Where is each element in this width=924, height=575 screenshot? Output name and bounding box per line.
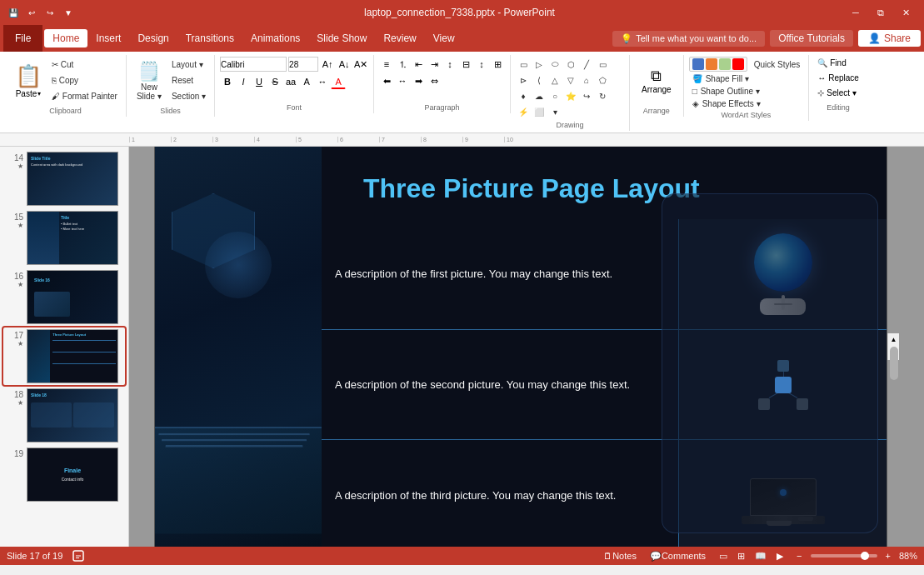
shape-btn-13[interactable]: ☁ — [532, 88, 547, 103]
copy-button[interactable]: ⎘ Copy — [48, 72, 121, 88]
menu-insert[interactable]: Insert — [87, 29, 129, 48]
shape-btn-9[interactable]: ▽ — [563, 72, 578, 88]
shape-btn-11[interactable]: ⬠ — [595, 72, 610, 88]
select-button[interactable]: ⊹ Select ▾ — [814, 87, 860, 99]
notes-button[interactable]: 🗒 Notes — [600, 550, 640, 562]
paste-button[interactable]: 📋 Paste ▾ — [10, 57, 47, 105]
comments-button[interactable]: 💬 Comments — [647, 550, 709, 562]
spacing-button[interactable]: ↔ — [315, 74, 330, 89]
tell-me-input[interactable]: 💡 Tell me what you want to do... — [612, 31, 765, 47]
font-shrink-button[interactable]: A↓ — [337, 57, 352, 72]
arrange-button[interactable]: ⧉ Arrange — [635, 57, 678, 105]
smallcaps-button[interactable]: aa — [283, 74, 298, 89]
shape-btn-18[interactable]: ⚡ — [516, 104, 531, 119]
slide-section-1-desc[interactable]: A description of the first picture. You … — [322, 219, 678, 329]
shape-btn-15[interactable]: ⭐ — [563, 88, 578, 103]
slide-thumb-19[interactable]: Finale Contact info — [27, 448, 118, 502]
slide-thumb-18[interactable]: Slide 18 — [27, 388, 118, 442]
align-center-button[interactable]: ↔ — [395, 73, 410, 88]
line-spacing-button[interactable]: ↕ — [442, 57, 457, 72]
slide-item-18[interactable]: 18 ★ Slide 18 — [3, 387, 125, 444]
align-left-button[interactable]: ⬅ — [379, 73, 394, 88]
office-tutorials-button[interactable]: Office Tutorials — [770, 30, 853, 47]
smartart-button[interactable]: ⊞ — [490, 57, 505, 72]
menu-animations[interactable]: Animations — [242, 29, 308, 48]
slide-thumb-17[interactable]: Three Picture Layout — [27, 329, 118, 383]
menu-file[interactable]: File — [3, 25, 42, 52]
layout-button[interactable]: Layout ▾ — [168, 57, 209, 72]
shape-btn-1[interactable]: ▷ — [532, 57, 547, 72]
undo-icon[interactable]: ↩ — [25, 6, 38, 19]
shape-btn-2[interactable]: ⬭ — [547, 57, 562, 72]
slide-item-19[interactable]: 19 Finale Contact info — [3, 446, 125, 503]
cut-button[interactable]: ✂ Cut — [48, 57, 121, 72]
zoom-slider[interactable] — [811, 554, 877, 558]
slide-item-16[interactable]: 16 ★ Slide 16 — [3, 268, 125, 326]
slideshow-button[interactable]: ▶ — [773, 550, 787, 562]
shape-btn-4[interactable]: ╱ — [579, 57, 594, 72]
numbering-button[interactable]: ⒈ — [395, 57, 410, 72]
slide-item-17[interactable]: 17 ★ Three Picture Layout — [3, 328, 125, 385]
increase-indent-button[interactable]: ⇥ — [427, 57, 442, 72]
zoom-out-button[interactable]: − — [793, 550, 805, 562]
reset-button[interactable]: Reset — [168, 72, 209, 88]
menu-view[interactable]: View — [425, 29, 463, 48]
shape-btn-7[interactable]: ⟨ — [532, 72, 547, 88]
shape-btn-6[interactable]: ⊳ — [516, 72, 531, 88]
menu-design[interactable]: Design — [129, 29, 177, 48]
shadow-button[interactable]: A — [299, 74, 314, 89]
bullets-button[interactable]: ≡ — [379, 57, 394, 72]
shape-btn-12[interactable]: ♦ — [516, 88, 531, 103]
shape-effects-button[interactable]: ◈ Shape Effects ▾ — [689, 98, 764, 109]
shape-btn-10[interactable]: ⌂ — [579, 72, 594, 88]
qs-3[interactable] — [719, 58, 731, 70]
customize-icon[interactable]: ▼ — [62, 6, 75, 19]
slide-thumb-16[interactable]: Slide 16 — [27, 270, 118, 324]
bold-button[interactable]: B — [220, 74, 235, 89]
strikethrough-button[interactable]: S — [267, 74, 282, 89]
align-right-button[interactable]: ➡ — [411, 73, 426, 88]
shape-btn-5[interactable]: ▭ — [595, 57, 610, 72]
columns-button[interactable]: ⊟ — [458, 57, 473, 72]
notes-accessibility-icon[interactable] — [69, 549, 87, 562]
shape-fill-button[interactable]: 🪣 Shape Fill ▾ — [689, 73, 752, 84]
slide-item-15[interactable]: 15 ★ Title • Bullet text • More text her… — [3, 209, 125, 267]
find-button[interactable]: 🔍 Find — [814, 57, 849, 69]
font-color-button[interactable]: A — [331, 74, 346, 89]
redo-icon[interactable]: ↪ — [43, 6, 57, 19]
slide-canvas[interactable]: Three Picture Page Layout A description … — [154, 147, 887, 547]
slide-section-2-desc[interactable]: A description of the second picture. You… — [322, 330, 678, 440]
slide-section-3-desc[interactable]: A description of the third picture. You … — [322, 440, 678, 547]
underline-button[interactable]: U — [252, 74, 267, 89]
zoom-thumb[interactable] — [861, 552, 869, 560]
shape-btn-0[interactable]: ▭ — [516, 57, 531, 72]
shape-btn-16[interactable]: ↪ — [579, 88, 594, 103]
slide-thumb-15[interactable]: Title • Bullet text • More text here — [27, 211, 118, 265]
font-size-input[interactable] — [288, 57, 318, 72]
slide-thumb-14[interactable]: Slide Title Content area with dark backg… — [27, 152, 118, 206]
reading-view-button[interactable]: 📖 — [752, 550, 770, 562]
font-grow-button[interactable]: A↑ — [320, 57, 335, 72]
qs-2[interactable] — [706, 58, 717, 70]
clear-formatting-button[interactable]: A✕ — [353, 57, 368, 72]
menu-transitions[interactable]: Transitions — [177, 29, 242, 48]
shape-btn-17[interactable]: ↻ — [595, 88, 610, 103]
new-slide-button[interactable]: 🗒️ NewSlide ▾ — [132, 57, 167, 105]
shape-btn-14[interactable]: ○ — [547, 88, 562, 103]
section-button[interactable]: Section ▾ — [168, 88, 209, 103]
normal-view-button[interactable]: ▭ — [716, 550, 731, 562]
shape-outline-button[interactable]: □ Shape Outline ▾ — [689, 86, 763, 97]
shapes-more-btn[interactable]: ▾ — [547, 104, 562, 119]
close-button[interactable]: ✕ — [894, 4, 917, 21]
scroll-thumb[interactable] — [890, 347, 898, 380]
qs-1[interactable] — [692, 58, 704, 70]
slide-sorter-button[interactable]: ⊞ — [734, 550, 748, 562]
shape-btn-19[interactable]: ⬜ — [532, 104, 547, 119]
menu-slideshow[interactable]: Slide Show — [308, 29, 375, 48]
share-button[interactable]: 👤 Share — [858, 30, 921, 47]
menu-review[interactable]: Review — [375, 29, 424, 48]
shape-btn-8[interactable]: △ — [547, 72, 562, 88]
shape-btn-3[interactable]: ⬡ — [563, 57, 578, 72]
zoom-in-button[interactable]: + — [882, 550, 894, 562]
quick-styles-button[interactable]: Quick Styles — [751, 57, 804, 72]
